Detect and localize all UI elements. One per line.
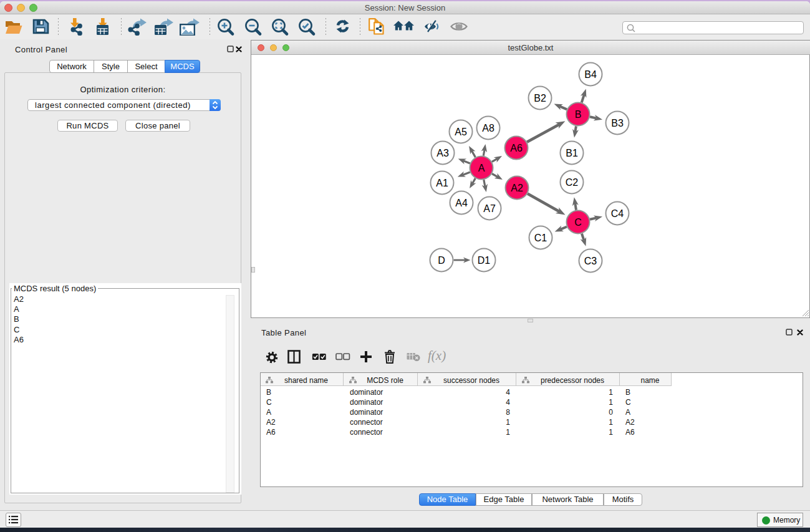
svg-text:A6: A6	[510, 143, 523, 153]
svg-text:C1: C1	[534, 233, 547, 243]
svg-text:B: B	[575, 109, 582, 120]
svg-text:D1: D1	[478, 255, 491, 266]
svg-text:C2: C2	[566, 177, 579, 188]
svg-text:C: C	[574, 217, 582, 228]
svg-text:A: A	[478, 163, 485, 173]
svg-text:A2: A2	[511, 183, 523, 193]
svg-text:C4: C4	[611, 208, 624, 219]
svg-text:D: D	[438, 255, 445, 266]
svg-text:B4: B4	[584, 69, 597, 80]
svg-text:B2: B2	[534, 93, 546, 104]
svg-text:A5: A5	[455, 127, 467, 137]
svg-text:A8: A8	[482, 123, 494, 133]
svg-text:A7: A7	[483, 203, 496, 214]
svg-text:A4: A4	[455, 198, 468, 208]
svg-text:C3: C3	[584, 256, 597, 266]
svg-text:B1: B1	[566, 148, 578, 158]
svg-text:A3: A3	[436, 148, 449, 158]
svg-text:A1: A1	[436, 178, 448, 188]
svg-text:B3: B3	[611, 118, 624, 128]
